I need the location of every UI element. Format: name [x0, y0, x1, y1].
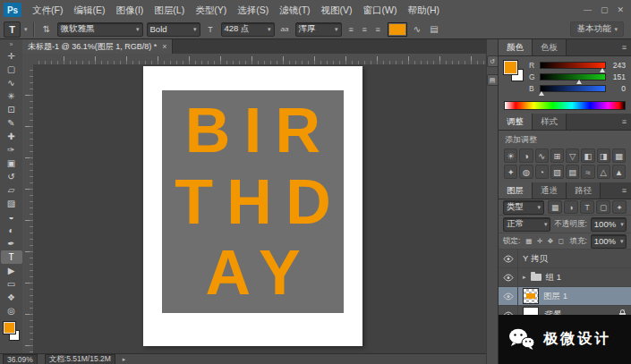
filter-icon-3[interactable]: ▢ — [596, 200, 610, 214]
red-value[interactable]: 243 — [610, 61, 626, 70]
font-size-select[interactable]: 428 点 ▾ — [221, 22, 275, 37]
filter-icon-1[interactable]: ◑ — [564, 200, 578, 214]
hand-tool[interactable]: ❖ — [1, 291, 22, 304]
adjustment-icon-8[interactable]: ✦ — [504, 165, 517, 179]
slider-marker[interactable] — [576, 80, 582, 84]
toolbar-collapse-icon[interactable]: » — [10, 39, 13, 49]
toggle-panels-icon[interactable]: ▤ — [428, 23, 441, 36]
color-panel-swatches[interactable] — [504, 61, 524, 82]
adjustment-icon-5[interactable]: ◧ — [581, 148, 594, 163]
adjustment-icon-7[interactable]: ▦ — [612, 148, 626, 163]
restore-button[interactable]: ▢ — [601, 5, 609, 14]
tab-layers[interactable]: 图层 — [499, 182, 533, 199]
group-expand-icon[interactable]: ▸ — [523, 274, 526, 281]
document-page[interactable]: BIR THD AY — [143, 66, 362, 346]
align-icon-1[interactable]: ≡ — [359, 24, 371, 35]
font-style-select[interactable]: Bold ▾ — [147, 22, 200, 37]
zoom-tool[interactable]: ◎ — [1, 304, 22, 317]
lock-icon-2[interactable]: ✥ — [545, 236, 555, 246]
quick-select-tool[interactable]: ✳ — [1, 89, 22, 103]
zoom-level-field[interactable]: 36.09% — [3, 354, 38, 364]
gradient-tool[interactable]: ▨ — [1, 197, 22, 210]
visibility-toggle[interactable] — [499, 250, 518, 267]
adjustment-icon-9[interactable]: ◍ — [519, 165, 533, 179]
panel-menu-icon[interactable]: ≡ — [618, 182, 631, 199]
workspace-switcher[interactable]: 基本功能 ▾ — [570, 21, 624, 37]
fill-select[interactable]: 100% ▾ — [591, 234, 627, 249]
dodge-tool[interactable]: ◐ — [1, 224, 22, 237]
adjustment-icon-0[interactable]: ☀ — [504, 148, 517, 163]
minimize-button[interactable]: — — [584, 5, 592, 14]
type-tool[interactable]: T — [1, 250, 22, 264]
menu-item-6[interactable]: 滤镜(T) — [274, 1, 315, 20]
text-color-swatch[interactable] — [388, 22, 407, 37]
blue-slider[interactable] — [540, 85, 606, 92]
canvas-viewport[interactable]: BIR THD AY — [33, 64, 486, 353]
menu-item-9[interactable]: 帮助(H) — [403, 1, 446, 20]
menu-item-8[interactable]: 窗口(W) — [358, 1, 403, 20]
document-tab[interactable]: 未标题-1 @ 36.1%(图层 1, RGB/8) * × — [22, 39, 173, 54]
pen-tool[interactable]: ✒ — [1, 237, 22, 250]
green-slider[interactable] — [540, 73, 606, 80]
tab-styles[interactable]: 样式 — [533, 114, 567, 130]
panel-menu-icon[interactable]: ≡ — [618, 39, 631, 55]
red-slider[interactable] — [540, 62, 606, 69]
tool-preset-arrow-icon[interactable]: ▾ — [24, 26, 28, 33]
adjustment-icon-1[interactable]: ◑ — [519, 148, 533, 163]
foreground-background-swatches[interactable] — [3, 321, 21, 343]
lock-icon-0[interactable]: ▦ — [524, 236, 533, 246]
align-icon-2[interactable]: ≡ — [372, 24, 384, 35]
filter-icon-4[interactable]: ✦ — [612, 200, 627, 214]
slider-marker[interactable] — [600, 68, 605, 72]
status-options-arrow-icon[interactable]: ▸ — [123, 356, 126, 363]
opacity-select[interactable]: 100% ▾ — [591, 217, 627, 232]
adjustment-icon-14[interactable]: △ — [597, 165, 610, 179]
adjustment-icon-13[interactable]: ≈ — [581, 165, 594, 179]
history-brush-tool[interactable]: ↺ — [1, 170, 22, 183]
layer-row-group-1[interactable]: ▸ 组 1 — [499, 268, 631, 287]
slider-marker[interactable] — [539, 91, 544, 96]
menu-item-3[interactable]: 图层(L) — [149, 1, 190, 20]
tab-adjustments[interactable]: 调整 — [499, 114, 533, 130]
layer-row-layer-1[interactable]: 图层 1 — [499, 287, 631, 306]
anti-alias-select[interactable]: 浑厚 ▾ — [295, 22, 342, 37]
font-family-select[interactable]: 微软雅黑 ▾ — [57, 22, 143, 37]
close-tab-icon[interactable]: × — [162, 42, 166, 51]
filter-icon-2[interactable]: T — [580, 200, 594, 214]
color-spectrum-ramp[interactable] — [504, 101, 626, 110]
adjustment-icon-10[interactable]: ◔ — [535, 165, 549, 179]
menu-item-5[interactable]: 选择(S) — [232, 1, 274, 20]
tab-paths[interactable]: 路径 — [567, 182, 601, 199]
foreground-color-swatch[interactable] — [504, 61, 517, 74]
move-tool[interactable]: ✛ — [1, 49, 22, 63]
shape-tool[interactable]: ▭ — [1, 277, 22, 291]
eraser-tool[interactable]: ▱ — [1, 183, 22, 197]
tab-swatches[interactable]: 色板 — [533, 39, 567, 55]
crop-tool[interactable]: ⊡ — [1, 103, 22, 116]
layer-row-y-copy[interactable]: Y 拷贝 — [499, 250, 631, 268]
visibility-toggle[interactable] — [499, 287, 518, 305]
clone-stamp-tool[interactable]: ▣ — [1, 157, 22, 170]
brush-tool[interactable]: ✑ — [1, 143, 22, 157]
blur-tool[interactable]: ◒ — [1, 210, 22, 224]
close-window-button[interactable]: ✕ — [617, 5, 624, 14]
menu-item-0[interactable]: 文件(F) — [27, 1, 68, 20]
lock-icon-3[interactable]: ◻ — [556, 236, 566, 246]
dock-panel-icon-1[interactable]: ▤ — [487, 74, 499, 86]
adjustment-icon-4[interactable]: ▽ — [566, 148, 579, 163]
lasso-tool[interactable]: ∿ — [1, 76, 22, 89]
adjustment-icon-6[interactable]: ◨ — [597, 148, 610, 163]
layer-thumbnail[interactable] — [523, 288, 539, 304]
blend-mode-select[interactable]: 正常 ▾ — [503, 217, 550, 232]
tab-color[interactable]: 颜色 — [499, 39, 533, 55]
current-tool-icon[interactable]: T — [4, 21, 21, 38]
adjustment-icon-15[interactable]: ▲ — [612, 165, 626, 179]
path-select-tool[interactable]: ▶ — [1, 264, 22, 277]
blue-value[interactable]: 0 — [610, 84, 626, 93]
warp-text-icon[interactable]: ∿ — [411, 23, 424, 36]
lock-icon-1[interactable]: ✛ — [534, 236, 544, 246]
menu-item-7[interactable]: 视图(V) — [316, 1, 358, 20]
filter-type-select[interactable]: 类型 ▾ — [503, 200, 544, 215]
marquee-tool[interactable]: ▢ — [1, 63, 22, 76]
adjustment-icon-3[interactable]: ⊞ — [550, 148, 564, 163]
